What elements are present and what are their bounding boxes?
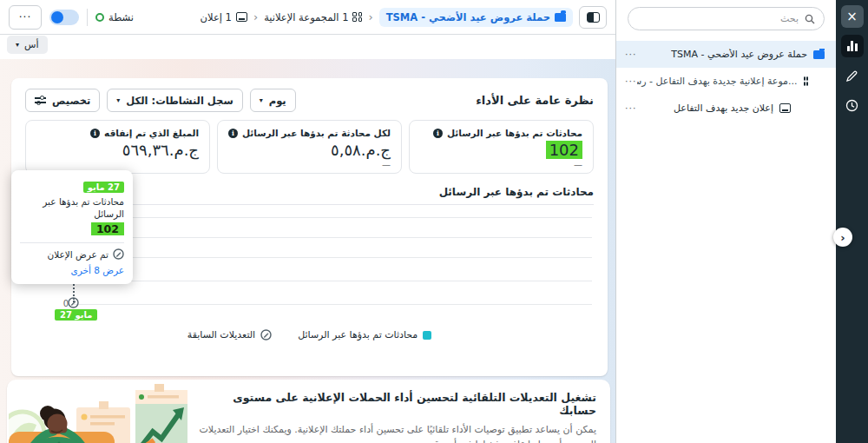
history-tool-button[interactable] [841,94,864,116]
breadcrumb-campaign[interactable]: حملة عروض عيد الأضحي - TSMA [379,8,573,27]
gridline [74,257,592,258]
activity-history-button[interactable]: سجل النشاطات: الكل ▾ [107,89,242,112]
tooltip-metric-value: 102 [91,222,124,235]
caret-down-icon: ▾ [116,96,120,104]
tree-item-adset[interactable]: ...موعة إعلانية جديدة بهدف التفاعل - رسا… [616,68,836,95]
breadcrumb: حملة عروض عيد الأضحي - TSMA ‹ 1 المجموعة… [201,6,607,29]
gridline [74,281,592,281]
customize-button[interactable]: تخصيص [25,89,100,112]
metric-card-conversations[interactable]: محادثات تم بدؤها عبر الرسائل i 102 — [409,120,594,174]
divider [20,242,124,243]
customize-label: تخصيص [52,95,90,107]
info-icon[interactable]: i [433,129,443,138]
chevron-left-icon: ‹ [368,10,372,23]
metric-label: المبلغ الذي تم إنفاقه [104,128,199,138]
status-badge: نشطة [95,11,134,23]
main-panel: حملة عروض عيد الأضحي - TSMA ‹ 1 المجموعة… [0,0,615,443]
caret-down-icon: ▾ [260,96,263,104]
tooltip-event-label: تم عرض الإعلان [48,249,109,260]
adset-grid-icon [804,76,809,86]
tree-item-label: إعلان جديد بهدف التفاعل [674,102,773,114]
tooltip-view-more-link[interactable]: عرض 8 أخرى [20,265,124,275]
edit-marker-icon [260,329,272,341]
status-label: نشطة [108,11,134,23]
folder-icon [555,13,566,22]
campaign-tree: حملة عروض عيد الأضحي - TSMA ··· ...موعة … [616,41,836,122]
clock-icon [845,99,858,112]
metric-value: ج.م.٥٦٩,٣٦ [36,141,199,159]
breadcrumb-ad[interactable]: 1 إعلان [201,11,247,23]
row-more-button[interactable]: ··· [625,49,637,60]
pencil-icon [845,69,858,83]
gridline [74,304,592,305]
collapse-panel-button[interactable] [579,6,607,29]
legend-item-edits[interactable]: التعديلات السابقة [187,329,272,341]
close-button[interactable]: × [841,5,864,28]
content-area: نظرة عامة على الأداء يوم ▾ سجل النشاطات:… [0,59,615,443]
topbar: حملة عروض عيد الأضحي - TSMA ‹ 1 المجموعة… [0,0,615,35]
date-range-button[interactable]: يوم ▾ [250,89,296,112]
caret-down-icon: ▾ [16,41,19,49]
chart-tooltip: 27 مايو محادثات تم بدؤها عبر الرسائل 102… [11,170,133,284]
tooltip-date: 27 مايو [83,182,124,193]
search-wrap: بحث [616,0,836,36]
automation-illustration [9,381,210,443]
campaign-toggle[interactable] [49,10,79,25]
metric-value-highlighted: 102 [546,141,582,159]
search-input[interactable]: بحث [628,7,825,30]
series-swatch [423,331,431,340]
search-placeholder: بحث [780,13,799,24]
automation-title: تشغيل التعديلات التلقائية لتحسين أداء ال… [195,391,596,417]
info-icon[interactable]: i [228,129,238,138]
chevron-left-icon: ‹ [253,10,258,23]
tooltip-metric-label: محادثات تم بدؤها عبر الرسائل [20,196,124,220]
legend-edits-label: التعديلات السابقة [187,329,255,341]
metric-compare: — [228,160,391,169]
metric-label: محادثات تم بدؤها عبر الرسائل [447,128,582,138]
collapse-panel-icon [587,12,600,23]
metric-card-amount-spent[interactable]: المبلغ الذي تم إنفاقه i ج.م.٥٦٩,٣٦ [25,120,210,174]
status-active-icon [95,13,104,22]
gridline [74,237,592,238]
charts-tool-button[interactable] [841,35,864,57]
more-options-button[interactable]: ··· [9,5,42,30]
right-toolbar-rail: × › [836,0,868,443]
tree-item-ad[interactable]: إعلان جديد بهدف التفاعل ··· [616,95,836,122]
edit-marker-icon [113,248,124,260]
tree-item-label: ...موعة إعلانية جديدة بهدف التفاعل - رسا… [637,76,798,87]
activity-history-label: سجل النشاطات: الكل [126,95,233,107]
tab-dropdown[interactable]: أس ▾ [7,36,48,54]
edit-tool-button[interactable] [841,64,864,87]
ad-icon [779,103,791,113]
legend-item-series[interactable]: محادثات تم بدؤها عبر الرسائل [298,329,431,341]
adset-grid-icon [352,12,362,22]
tab-label: أس [24,39,38,50]
metric-cards: محادثات تم بدؤها عبر الرسائل i 102 — لكل… [25,120,594,174]
overview-title: نظرة عامة على الأداء [476,94,594,107]
search-icon [805,14,815,24]
campaign-tree-sidebar: بحث حملة عروض عيد الأضحي - TSMA ··· ...م… [615,0,836,443]
x-axis-tick-highlighted: 27 مايو [55,309,97,321]
breadcrumb-ad-label: 1 إعلان [201,11,232,23]
overview-header: نظرة عامة على الأداء يوم ▾ سجل النشاطات:… [25,89,594,112]
metric-card-cost-per-conversation[interactable]: لكل محادثة تم بدؤها عبر الرسائل i ج.م.٥,… [217,120,402,174]
y-axis-tick: 0 [44,299,69,308]
overview-controls: يوم ▾ سجل النشاطات: الكل ▾ تخصيص [25,89,296,112]
tabstrip: أس ▾ [0,35,615,59]
metric-compare: — [420,160,582,169]
breadcrumb-adset[interactable]: 1 المجموعة الإعلانية [264,11,362,23]
row-more-button[interactable]: ··· [625,76,637,87]
edit-marker-icon[interactable] [68,297,79,308]
collapse-rail-button[interactable]: › [833,228,852,247]
tree-item-campaign[interactable]: حملة عروض عيد الأضحي - TSMA ··· [616,41,836,68]
topbar-controls: نشطة ··· [9,5,134,30]
breadcrumb-adset-label: 1 المجموعة الإعلانية [264,11,348,23]
row-more-button[interactable]: ··· [625,102,637,114]
tooltip-event: تم عرض الإعلان [20,248,124,260]
metric-value: ج.م.٥,٥٨ [228,141,391,159]
metric-label: لكل محادثة تم بدؤها عبر الرسائل [242,128,391,138]
ad-icon [236,12,247,22]
customize-sliders-icon [35,96,46,105]
automation-card: تشغيل التعديلات التلقائية لتحسين أداء ال… [7,380,610,443]
info-icon[interactable]: i [90,129,100,138]
